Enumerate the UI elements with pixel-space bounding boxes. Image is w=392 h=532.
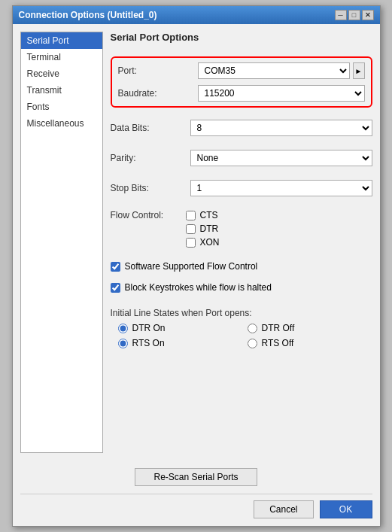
dialog-content: Serial Port Terminal Receive Transmit Fo… [13,24,380,461]
radio-grid: DTR On DTR Off RTS On RTS Off [118,323,372,348]
xon-label: XON [200,237,220,248]
dtr-on-row: DTR On [118,323,243,333]
sidebar-item-fonts[interactable]: Fonts [21,99,102,115]
sidebar-item-miscellaneous[interactable]: Miscellaneous [21,115,102,132]
connection-options-dialog: Connection Options (Untitled_0) ─ □ ✕ Se… [12,5,381,527]
software-flow-row: Software Supported Flow Control [111,261,372,272]
software-flow-checkbox[interactable] [111,262,120,272]
parity-row: Parity: None Even Odd [111,150,372,166]
flow-checkboxes: CTS DTR XON [186,210,220,248]
rts-off-label: RTS Off [262,338,294,348]
cts-label: CTS [200,210,218,220]
databits-select[interactable]: 8 7 [190,120,372,136]
rts-on-row: RTS On [118,338,243,348]
block-keystrokes-label: Block Keystrokes while flow is halted [125,282,272,293]
rts-off-row: RTS Off [248,338,372,348]
stopbits-select[interactable]: 1 2 [190,180,372,196]
initial-line-section: Initial Line States when Port opens: DTR… [111,308,372,348]
xon-row: XON [186,237,220,248]
dtr-on-radio[interactable] [118,324,128,333]
minimize-button[interactable]: ─ [335,10,347,20]
cts-checkbox[interactable] [186,211,196,220]
section-title: Serial Port Options [111,32,372,43]
sidebar-item-transmit[interactable]: Transmit [21,82,102,99]
dtr-off-label: DTR Off [262,323,295,333]
baudrate-label: Baudrate: [118,88,193,99]
ok-button[interactable]: OK [320,500,372,518]
rts-on-label: RTS On [132,338,165,348]
sidebar-item-receive[interactable]: Receive [21,65,102,82]
databits-row: Data Bits: 8 7 [111,120,372,136]
flow-control-section: Flow Control: CTS DTR XON [111,210,372,248]
parity-label: Parity: [111,153,186,163]
rts-off-radio[interactable] [248,339,257,348]
flowcontrol-label: Flow Control: [111,210,186,220]
dtr-off-radio[interactable] [248,324,257,333]
baudrate-select[interactable]: 115200 9600 38400 57600 [198,85,365,102]
highlight-box: Port: COM35 ► Baudrate: 115200 9600 3840… [111,56,372,108]
dtr-checkbox[interactable] [186,224,196,234]
stopbits-label: Stop Bits: [111,183,186,193]
software-flow-label: Software Supported Flow Control [125,261,258,272]
port-row: Port: COM35 ► [118,62,365,79]
databits-label: Data Bits: [111,123,186,133]
sidebar-item-terminal[interactable]: Terminal [21,49,102,65]
rts-on-radio[interactable] [118,339,128,348]
stopbits-row: Stop Bits: 1 2 [111,180,372,196]
cancel-button[interactable]: Cancel [254,500,313,518]
dtr-row: DTR [186,223,220,234]
dialog-footer: Re-Scan Serial Ports Cancel OK [13,461,380,526]
main-panel: Serial Port Options Port: COM35 ► Baudra… [111,32,372,453]
sidebar-item-serial-port[interactable]: Serial Port [21,32,102,49]
rescan-button[interactable]: Re-Scan Serial Ports [135,468,257,486]
port-arrow-button[interactable]: ► [353,62,365,79]
block-keystrokes-checkbox[interactable] [111,283,120,293]
cts-row: CTS [186,210,220,220]
dtr-on-label: DTR On [132,323,166,333]
title-bar: Connection Options (Untitled_0) ─ □ ✕ [13,6,380,24]
close-button[interactable]: ✕ [362,10,374,20]
dtr-off-row: DTR Off [248,323,372,333]
maximize-button[interactable]: □ [348,10,360,20]
title-bar-buttons: ─ □ ✕ [335,10,374,20]
sidebar: Serial Port Terminal Receive Transmit Fo… [20,32,103,453]
parity-select[interactable]: None Even Odd [190,150,372,166]
initial-line-title: Initial Line States when Port opens: [111,308,372,318]
baudrate-row: Baudrate: 115200 9600 38400 57600 [118,85,365,102]
xon-checkbox[interactable] [186,238,196,248]
dtr-flow-label: DTR [200,223,219,234]
port-select[interactable]: COM35 [198,62,350,79]
bottom-buttons: Cancel OK [20,494,372,518]
block-keystrokes-row: Block Keystrokes while flow is halted [111,282,372,293]
port-label: Port: [118,65,193,76]
title-bar-text: Connection Options (Untitled_0) [19,10,157,20]
